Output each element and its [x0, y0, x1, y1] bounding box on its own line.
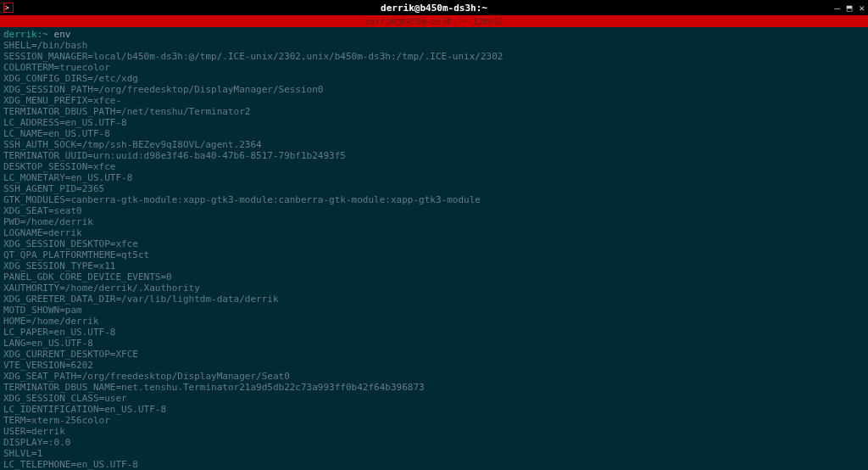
env-line: LC_NAME=en_US.UTF-8 [3, 128, 865, 139]
env-line: SSH_AUTH_SOCK=/tmp/ssh-BEZev9qI8OVL/agen… [3, 139, 865, 150]
env-line: VTE_VERSION=6202 [3, 360, 865, 371]
prompt-user-host: derrik:~ [3, 29, 48, 40]
minimize-button[interactable]: — [834, 3, 840, 14]
env-output: SHELL=/bin/bashSESSION_MANAGER=local/b45… [3, 40, 865, 470]
env-line: HOME=/home/derrik [3, 316, 865, 327]
env-line: XDG_SESSION_CLASS=user [3, 393, 865, 404]
env-line: MOTD_SHOWN=pam [3, 305, 865, 316]
env-line: XDG_SEAT=seat0 [3, 205, 865, 216]
env-line: XDG_SESSION_DESKTOP=xfce [3, 238, 865, 249]
env-line: XAUTHORITY=/home/derrik/.Xauthority [3, 283, 865, 294]
window-controls: — ⬒ ✕ [834, 3, 865, 14]
env-line: XDG_SEAT_PATH=/org/freedesktop/DisplayMa… [3, 371, 865, 382]
env-line: PANEL_GDK_CORE_DEVICE_EVENTS=0 [3, 271, 865, 283]
terminal-area[interactable]: derrik:~ env SHELL=/bin/bashSESSION_MANA… [0, 27, 868, 470]
env-line: GTK_MODULES=canberra-gtk-module:xapp-gtk… [3, 194, 865, 205]
terminal-icon: > [3, 3, 14, 13]
prompt-separator [48, 29, 54, 40]
titlebar: > derrik@b450m-ds3h:~ — ⬒ ✕ [0, 0, 868, 15]
env-line: SHLVL=1 [3, 448, 865, 459]
prompt-command: env [54, 29, 71, 40]
env-line: LC_MONETARY=en_US.UTF-8 [3, 172, 865, 183]
tab-bar: derrik@b450m-ds3h: ~ 130x42 [0, 15, 868, 27]
env-line: COLORTERM=truecolor [3, 62, 865, 73]
env-line: QT_QPA_PLATFORMTHEME=qt5ct [3, 249, 865, 260]
env-line: SSH_AGENT_PID=2365 [3, 183, 865, 194]
env-line: SESSION_MANAGER=local/b450m-ds3h:@/tmp/.… [3, 51, 865, 62]
env-line: LC_ADDRESS=en_US.UTF-8 [3, 117, 865, 128]
env-line: TERMINATOR_DBUS_NAME=net.tenshu.Terminat… [3, 382, 865, 393]
env-line: LC_PAPER=en_US.UTF-8 [3, 327, 865, 338]
env-line: TERMINATOR_UUID=urn:uuid:d98e3f46-ba40-4… [3, 150, 865, 161]
env-line: USER=derrik [3, 426, 865, 437]
env-line: PWD=/home/derrik [3, 216, 865, 227]
env-line: LOGNAME=derrik [3, 227, 865, 238]
env-line: XDG_SESSION_TYPE=x11 [3, 260, 865, 271]
env-line: XDG_CONFIG_DIRS=/etc/xdg [3, 73, 865, 84]
env-line: XDG_SESSION_PATH=/org/freedesktop/Displa… [3, 84, 865, 95]
close-button[interactable]: ✕ [859, 3, 865, 14]
env-line: DISPLAY=:0.0 [3, 437, 865, 448]
env-line: LANG=en_US.UTF-8 [3, 338, 865, 349]
maximize-button[interactable]: ⬒ [847, 3, 853, 14]
window-title: derrik@b450m-ds3h:~ [381, 3, 487, 14]
env-line: LC_IDENTIFICATION=en_US.UTF-8 [3, 404, 865, 415]
env-line: DESKTOP_SESSION=xfce [3, 161, 865, 172]
env-line: XDG_MENU_PREFIX=xfce- [3, 95, 865, 106]
env-line: TERMINATOR_DBUS_PATH=/net/tenshu/Termina… [3, 106, 865, 117]
env-line: TERM=xterm-256color [3, 415, 865, 426]
tab-label[interactable]: derrik@b450m-ds3h: ~ 130x42 [365, 17, 504, 26]
env-line: LC_TELEPHONE=en_US.UTF-8 [3, 459, 865, 470]
prompt-line: derrik:~ env [3, 29, 865, 40]
svg-text:>: > [5, 4, 9, 12]
env-line: XDG_CURRENT_DESKTOP=XFCE [3, 349, 865, 360]
titlebar-left: > [3, 3, 14, 13]
env-line: SHELL=/bin/bash [3, 40, 865, 51]
env-line: XDG_GREETER_DATA_DIR=/var/lib/lightdm-da… [3, 294, 865, 305]
